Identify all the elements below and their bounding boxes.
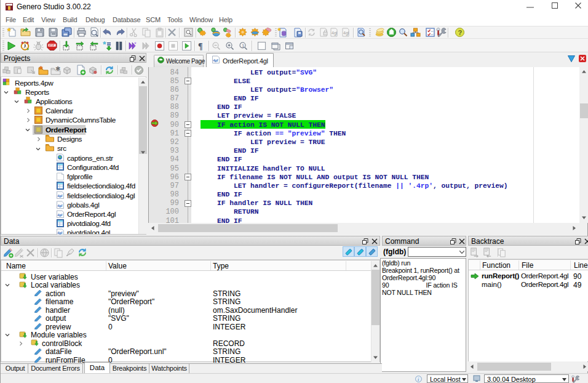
svg-text:4gl: 4gl [212,58,218,62]
svg-text:4gl: 4gl [57,193,63,198]
svg-text:?: ? [458,29,463,36]
svg-text:i: i [418,377,419,382]
svg-text:4gl: 4gl [57,230,63,235]
svg-text:¶: ¶ [198,42,203,51]
svg-text:4gl: 4gl [343,31,349,36]
svg-text:4gl: 4gl [57,212,63,217]
svg-text:✱: ✱ [55,65,60,72]
svg-text:4gl: 4gl [57,203,63,208]
svg-text:1: 1 [242,43,245,49]
svg-text:4gl: 4gl [332,31,338,36]
svg-text:STOP: STOP [49,44,55,47]
